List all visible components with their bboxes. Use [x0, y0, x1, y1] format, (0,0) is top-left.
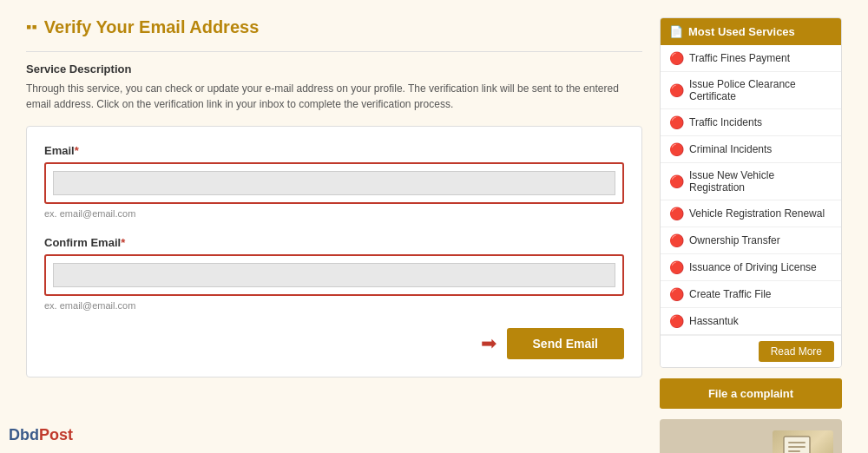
form-container: Email* ex. email@email.com Confirm Email… [26, 126, 642, 378]
sidebar-item-criminal-incidents[interactable]: 🔴 Criminal Incidents [661, 136, 841, 163]
sidebar-item-label: Hassantuk [689, 315, 739, 327]
sidebar-item-new-vehicle[interactable]: 🔴 Issue New Vehicle Registration [661, 163, 841, 200]
arrow-icon: ➡ [481, 332, 496, 355]
sidebar-item-label: Issue New Vehicle Registration [689, 169, 832, 194]
confirm-email-field-wrapper [44, 254, 624, 296]
dbd-text: Dbd [9, 426, 39, 443]
bullet-icon: 🔴 [669, 142, 684, 156]
sidebar-item-label: Create Traffic File [689, 288, 771, 300]
sidebar-item-vehicle-renewal[interactable]: 🔴 Vehicle Registration Renewal [661, 200, 841, 227]
sidebar-item-label: Ownership Transfer [689, 234, 780, 246]
page-title-bar: ▪▪ Verify Your Email Address [26, 17, 642, 37]
confirm-email-label: Confirm Email* [44, 236, 624, 249]
sidebar-item-label: Criminal Incidents [689, 143, 772, 155]
sidebar-item-driving-license[interactable]: 🔴 Issuance of Driving License [661, 254, 841, 281]
send-btn-row: ➡ Send Email [44, 328, 624, 359]
sidebar-header-label: Most Used Services [688, 25, 795, 38]
confirm-email-required: * [121, 236, 125, 249]
sidebar-list: 🔴 Traffic Fines Payment 🔴 Issue Police C… [661, 45, 841, 335]
email-input[interactable] [53, 171, 615, 195]
read-more-button[interactable]: Read More [759, 341, 834, 362]
banner-image [773, 430, 833, 454]
divider [26, 51, 642, 52]
service-description: Service Description Through this service… [26, 62, 642, 112]
email-required: * [75, 144, 79, 157]
email-field-wrapper [44, 162, 624, 204]
email-field-group: Email* ex. email@email.com [44, 144, 624, 219]
confirm-email-field-group: Confirm Email* ex. email@email.com [44, 236, 624, 311]
page-title: Verify Your Email Address [44, 17, 260, 37]
svg-rect-2 [788, 446, 806, 448]
sidebar-item-police-clearance[interactable]: 🔴 Issue Police Clearance Certificate [661, 72, 841, 109]
sidebar-item-traffic-file[interactable]: 🔴 Create Traffic File [661, 281, 841, 308]
sidebar-item-label: Issuance of Driving License [689, 261, 817, 273]
service-description-text: Through this service, you can check or u… [26, 81, 642, 112]
sidebar-item-traffic-fines[interactable]: 🔴 Traffic Fines Payment [661, 45, 841, 72]
confirm-email-input[interactable] [53, 263, 615, 287]
bullet-icon: 🔴 [669, 174, 684, 188]
sidebar-item-traffic-incidents[interactable]: 🔴 Traffic Incidents [661, 109, 841, 136]
title-icon: ▪▪ [26, 18, 37, 36]
service-description-heading: Service Description [26, 62, 642, 76]
sidebar-item-hassantuk[interactable]: 🔴 Hassantuk [661, 308, 841, 335]
sidebar-header-icon: 📄 [669, 25, 683, 38]
post-text: Post [39, 426, 73, 443]
sidebar-item-label: Issue Police Clearance Certificate [689, 78, 832, 102]
bullet-icon: 🔴 [669, 233, 684, 247]
bullet-icon: 🔴 [669, 83, 684, 97]
svg-rect-1 [788, 442, 806, 443]
bullet-icon: 🔴 [669, 287, 684, 301]
file-complaint-button[interactable]: File a complaint [660, 378, 842, 409]
send-email-button[interactable]: Send Email [507, 328, 624, 359]
bullet-icon: 🔴 [669, 207, 684, 220]
bullet-icon: 🔴 [669, 51, 684, 65]
sidebar: 📄 Most Used Services 🔴 Traffic Fines Pay… [660, 17, 842, 453]
main-content: ▪▪ Verify Your Email Address Service Des… [26, 17, 642, 453]
most-used-services-panel: 📄 Most Used Services 🔴 Traffic Fines Pay… [660, 17, 842, 368]
email-label: Email* [44, 144, 624, 157]
sidebar-item-label: Traffic Fines Payment [689, 52, 790, 64]
read-more-row: Read More [661, 335, 841, 367]
svg-rect-3 [788, 450, 800, 452]
sidebar-item-label: Vehicle Registration Renewal [689, 207, 825, 220]
dbd-post-logo: DbdPost [9, 426, 73, 444]
bullet-icon: 🔴 [669, 314, 684, 328]
sidebar-item-ownership-transfer[interactable]: 🔴 Ownership Transfer [661, 227, 841, 254]
email-hint: ex. email@email.com [44, 208, 624, 219]
sidebar-header: 📄 Most Used Services [661, 18, 841, 45]
bullet-icon: 🔴 [669, 260, 684, 274]
confirm-email-hint: ex. email@email.com [44, 300, 624, 311]
banner-illustration [660, 419, 842, 453]
bullet-icon: 🔴 [669, 115, 684, 129]
clearance-certificate-banner[interactable]: Clearance Certificate Inquiry [660, 419, 842, 453]
sidebar-item-label: Traffic Incidents [689, 116, 762, 128]
